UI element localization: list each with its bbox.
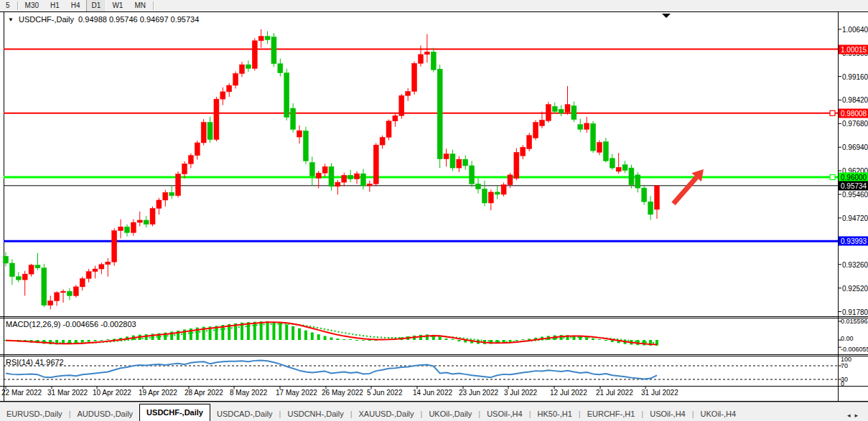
macd-indicator [6, 321, 657, 346]
hline-handle-0.98008[interactable] [830, 110, 835, 115]
horizontal-lines[interactable] [4, 49, 838, 242]
symbol-tab-USOil-H4[interactable]: USOil-,H4 [480, 407, 529, 421]
symbol-tab-UKOil-Daily[interactable]: UKOil-,Daily [422, 407, 478, 421]
symbol-tab-USDCHF-Daily[interactable]: USDCHF-,Daily [139, 404, 210, 421]
price-chart-svg [0, 0, 868, 421]
shift-end-marker-icon[interactable] [662, 14, 671, 18]
macd-signal-line [6, 322, 657, 344]
symbol-tab-HK50-H1[interactable]: HK50-,H1 [531, 407, 579, 421]
symbol-tab-USDCAD-Daily[interactable]: USDCAD-,Daily [210, 407, 279, 421]
rsi-line [6, 360, 657, 379]
chart-canvas[interactable] [0, 0, 868, 421]
symbol-tab-XAUUSD-Daily[interactable]: XAUUSD-,Daily [353, 407, 421, 421]
tab-scroll-arrows[interactable]: ◂▸ [844, 412, 868, 421]
pane-borders [0, 12, 868, 402]
symbol-tabbar: EURUSD-,Daily|AUDUSD-,DailyUSDCHF-,Daily… [0, 402, 868, 421]
tab-scroll-left-icon: ◂ [847, 412, 855, 419]
candlesticks [4, 29, 660, 310]
symbol-tab-EURUSD-Daily[interactable]: EURUSD-,Daily [0, 407, 69, 421]
symbol-tab-USOil-H4[interactable]: USOil-,H4 [643, 407, 692, 421]
tab-scroll-right-icon: ▸ [854, 412, 862, 419]
up-arrow-annotation[interactable] [673, 169, 704, 204]
hline-handle-0.96000[interactable] [830, 175, 835, 180]
symbol-tab-AUDUSD-Daily[interactable]: AUDUSD-,Daily [70, 407, 139, 421]
symbol-tab-EURCHF-H1[interactable]: EURCHF-,H1 [581, 407, 642, 421]
axis-ticks [6, 29, 841, 389]
rsi-indicator [4, 360, 838, 379]
symbol-tab-USDCNH-Daily[interactable]: USDCNH-,Daily [281, 407, 350, 421]
symbol-tab-UKOil-H4[interactable]: UKOil-,H4 [694, 407, 743, 421]
